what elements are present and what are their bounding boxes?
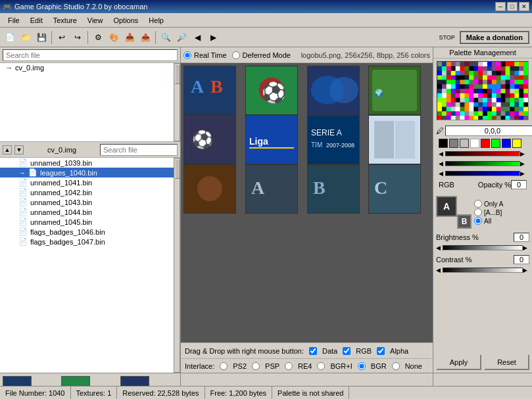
list-item[interactable]: 📄 unnamed_1041.bin — [0, 177, 180, 187]
list-item[interactable]: 📄 unnamed_1039.bin — [0, 158, 180, 168]
b-slider-track[interactable] — [445, 171, 520, 176]
swatch-blue[interactable] — [502, 139, 511, 148]
brightness-slider-left[interactable]: ◀ — [436, 245, 443, 251]
menu-view[interactable]: View — [82, 15, 109, 26]
all-radio[interactable] — [474, 217, 482, 225]
file-search-input[interactable] — [100, 144, 178, 156]
texture-cell-9[interactable] — [183, 164, 236, 214]
nav-up-button[interactable]: ▲ — [3, 145, 12, 154]
texture-cell-12[interactable]: C — [368, 164, 421, 214]
palette-canvas[interactable] — [437, 61, 529, 120]
interlace-re4[interactable] — [285, 362, 293, 370]
swatch-gray[interactable] — [449, 139, 458, 148]
rgb-checkbox[interactable] — [343, 347, 351, 355]
contrast-slider-left[interactable]: ◀ — [436, 267, 443, 273]
minimize-button[interactable]: ─ — [495, 2, 506, 11]
list-item[interactable]: 📄 unnamed_1045.bin — [0, 217, 180, 227]
zoom-in-button[interactable]: 🔍 — [158, 30, 173, 45]
reset-button[interactable]: Reset — [484, 354, 529, 370]
texture-cell-2[interactable]: ⚽ — [245, 66, 298, 115]
swatch-red[interactable] — [481, 139, 490, 148]
swatch-white[interactable] — [470, 139, 479, 148]
texture-cell-6[interactable]: Liga — [245, 115, 298, 164]
close-button[interactable]: ✕ — [519, 2, 529, 11]
settings-button[interactable]: ⚙ — [91, 30, 105, 45]
tree-scrollbar[interactable] — [174, 63, 180, 141]
swatch-green[interactable] — [491, 139, 500, 148]
list-item[interactable]: 📄 flags_badges_1046.bin — [0, 227, 180, 237]
g-slider-track[interactable] — [445, 161, 520, 166]
menu-edit[interactable]: Edit — [25, 15, 48, 26]
palette-button[interactable]: 🎨 — [107, 30, 121, 45]
b-color-block[interactable]: B — [457, 214, 472, 229]
menu-texture[interactable]: Texture — [48, 15, 82, 26]
interlace-psp[interactable] — [252, 362, 260, 370]
brightness-input[interactable] — [514, 233, 529, 242]
g-slider-left[interactable]: ◀ — [439, 160, 445, 167]
contrast-input[interactable] — [514, 255, 529, 264]
list-item[interactable]: 📄 unnamed_1044.bin — [0, 207, 180, 217]
r-slider-left[interactable]: ◀ — [439, 151, 445, 157]
g-slider-right[interactable]: ▶ — [520, 160, 527, 167]
swatch-black[interactable] — [439, 139, 448, 148]
r-slider-right[interactable]: ▶ — [520, 151, 527, 157]
contrast-slider-right[interactable]: ▶ — [523, 267, 529, 273]
donation-button[interactable]: Make a donation — [460, 31, 529, 44]
contrast-slider-track[interactable] — [443, 268, 523, 273]
texture-cell-8[interactable] — [368, 115, 421, 164]
menu-file[interactable]: File — [3, 15, 25, 26]
swatch-silver[interactable] — [460, 139, 469, 148]
brightness-slider-right[interactable]: ▶ — [523, 245, 529, 251]
texture-cell-7[interactable]: SERIE A TIM 2007-2008 — [307, 115, 360, 164]
export-button[interactable]: 📤 — [138, 30, 153, 45]
menu-help[interactable]: Help — [143, 15, 169, 26]
only-a-radio[interactable] — [474, 200, 482, 208]
eyedropper-icon[interactable]: 🖊 — [436, 126, 444, 135]
maximize-button[interactable]: □ — [507, 2, 518, 11]
open-button[interactable]: 📁 — [18, 30, 33, 45]
a-b-radio[interactable] — [474, 208, 482, 216]
interlace-bgri[interactable] — [317, 362, 325, 370]
texture-cell-11[interactable]: B — [307, 164, 360, 214]
deferred-radio[interactable] — [232, 51, 240, 59]
save-button[interactable]: 💾 — [34, 30, 49, 45]
b-slider-right[interactable]: ▶ — [520, 170, 527, 177]
stop-button[interactable]: STOP — [435, 30, 458, 45]
tree-scroll-thumb[interactable] — [175, 64, 180, 84]
swatch-yellow[interactable] — [512, 139, 521, 148]
alpha-checkbox[interactable] — [377, 347, 385, 355]
list-scrollbar[interactable] — [174, 158, 180, 373]
interlace-ps2[interactable] — [220, 362, 228, 370]
data-checkbox[interactable] — [309, 347, 317, 355]
r-slider-track[interactable] — [445, 151, 520, 156]
undo-button[interactable]: ↩ — [55, 30, 69, 45]
list-item[interactable]: 📄 unnamed_1043.bin — [0, 197, 180, 207]
tree-root-item[interactable]: → cv_0.img — [0, 63, 180, 72]
nav-down-button[interactable]: ▼ — [14, 145, 24, 154]
redo-button[interactable]: ↪ — [70, 30, 85, 45]
list-item[interactable]: 📄 unnamed_1042.bin — [0, 187, 180, 197]
top-search-input[interactable] — [3, 49, 178, 61]
next-button[interactable]: ▶ — [206, 30, 220, 45]
texture-cell-10[interactable]: A — [245, 164, 298, 214]
interlace-bgr[interactable] — [358, 362, 366, 370]
list-item[interactable]: 📄 flags_badges_1047.bin — [0, 237, 180, 246]
menu-options[interactable]: Options — [108, 15, 143, 26]
list-item[interactable]: → 📄 leagues_1040.bin — [0, 168, 180, 177]
texture-cell-3[interactable] — [307, 66, 360, 115]
texture-cell-5[interactable]: ⚽ — [183, 115, 236, 164]
texture-cell-1[interactable]: A B — [183, 66, 236, 115]
brightness-slider-track[interactable] — [443, 245, 523, 250]
interlace-none[interactable] — [392, 362, 400, 370]
new-button[interactable]: 📄 — [3, 30, 17, 45]
realtime-radio[interactable] — [183, 51, 191, 59]
opacity-input[interactable] — [511, 180, 527, 189]
a-color-block[interactable]: A — [436, 196, 457, 217]
texture-cell-4[interactable]: 🌍 — [368, 66, 421, 115]
color-value-input[interactable] — [445, 126, 532, 136]
apply-button[interactable]: Apply — [436, 354, 481, 370]
list-scroll-thumb[interactable] — [175, 159, 180, 179]
b-slider-left[interactable]: ◀ — [439, 170, 445, 177]
import-button[interactable]: 📥 — [122, 30, 137, 45]
zoom-out-button[interactable]: 🔎 — [174, 30, 189, 45]
